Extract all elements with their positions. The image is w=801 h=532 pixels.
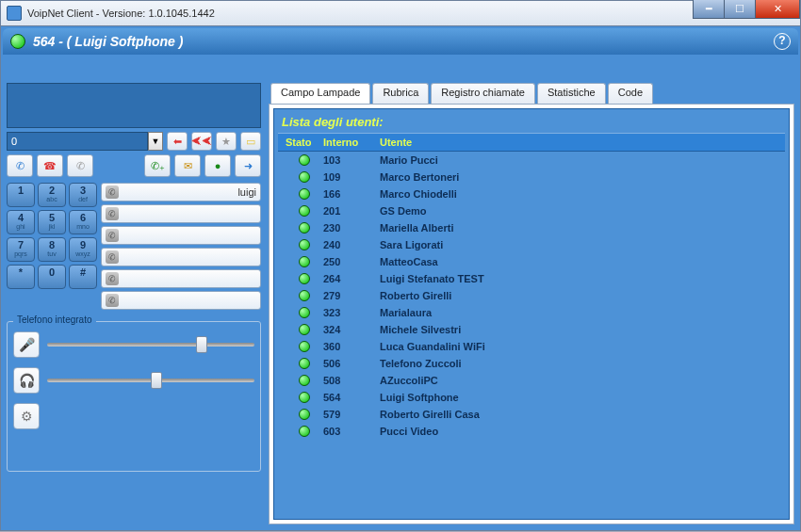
number-input[interactable]: [7, 132, 148, 151]
tab-statistiche[interactable]: Statistiche: [537, 83, 606, 104]
add-call-button[interactable]: ✆₊: [144, 154, 171, 177]
presence-slot-4[interactable]: ✆: [101, 269, 261, 288]
presence-slot-0[interactable]: ✆luigi: [101, 183, 261, 202]
row-utente: Luigi Stefanato TEST: [380, 273, 785, 284]
row-interno: 564: [323, 392, 380, 403]
row-interno: 201: [323, 205, 380, 217]
help-button[interactable]: ?: [774, 33, 791, 50]
row-status: [278, 324, 323, 335]
row-interno: 279: [323, 290, 380, 301]
dialkey-7[interactable]: 7pqrs: [7, 237, 35, 262]
row-interno: 603: [323, 426, 380, 437]
list-row[interactable]: 564Luigi Softphone: [278, 389, 785, 406]
presence-slot-1[interactable]: ✆: [101, 204, 261, 223]
list-row[interactable]: 240Sara Ligorati: [278, 236, 785, 253]
list-row[interactable]: 201GS Demo: [278, 202, 785, 219]
status-dot-icon: [299, 341, 310, 352]
call-button[interactable]: ✆: [7, 154, 33, 177]
row-interno: 323: [323, 307, 380, 318]
number-input-row: ▼ ⬅ ⮜⮜ ★ ▭: [7, 132, 261, 151]
transfer-button[interactable]: ➜: [235, 154, 261, 177]
presence-slot-5[interactable]: ✆: [101, 291, 261, 310]
list-row[interactable]: 508AZuccoliPC: [278, 372, 785, 389]
presence-phone-icon: ✆: [106, 272, 119, 285]
dialkey-9[interactable]: 9wxyz: [69, 237, 97, 262]
settings-button[interactable]: ⚙: [13, 403, 40, 429]
row-status: [278, 290, 323, 301]
dialkey-2[interactable]: 2abc: [38, 183, 66, 207]
list-row[interactable]: 166Marco Chiodelli: [278, 185, 785, 202]
list-row[interactable]: 323Marialaura: [278, 304, 785, 321]
row-interno: 508: [323, 375, 380, 386]
app-body: 564 - ( Luigi Softphone ) ? ▼ ⬅ ⮜⮜ ★ ▭ ✆…: [0, 26, 801, 531]
tab-content: Lista degli utenti: Stato Interno Utente…: [269, 104, 794, 524]
row-utente: Mariella Alberti: [380, 222, 785, 234]
list-row[interactable]: 506Telefono Zuccoli: [278, 355, 785, 372]
list-row[interactable]: 264Luigi Stefanato TEST: [278, 270, 785, 287]
status-dot-icon: [299, 239, 310, 250]
list-row[interactable]: 603Pucci Video: [278, 423, 785, 440]
list-title: Lista degli utenti:: [282, 115, 785, 129]
number-dropdown-icon[interactable]: ▼: [148, 132, 163, 151]
presence-slot-3[interactable]: ✆: [101, 248, 261, 266]
dialkey-#[interactable]: #: [69, 265, 97, 289]
minimize-button[interactable]: ━: [693, 0, 725, 19]
list-row[interactable]: 324Michele Silvestri: [278, 321, 785, 338]
tab-rubrica[interactable]: Rubrica: [372, 83, 429, 104]
mic-slider-thumb[interactable]: [196, 336, 207, 353]
dialkey-1[interactable]: 1: [7, 183, 35, 207]
status-dot-icon: [299, 171, 310, 183]
list-row[interactable]: 579Roberto Girelli Casa: [278, 406, 785, 423]
presence-phone-icon: ✆: [106, 207, 119, 220]
window-titlebar: VoipNet Client - Versione: 1.0.1045.1442…: [0, 0, 801, 26]
presence-button[interactable]: ●: [204, 154, 231, 177]
speaker-slider-thumb[interactable]: [151, 372, 162, 389]
list-row[interactable]: 279Roberto Girelli: [278, 287, 785, 304]
row-utente: Marco Chiodelli: [380, 188, 785, 200]
list-row[interactable]: 109Marco Bertoneri: [278, 169, 785, 185]
back-button[interactable]: ⬅: [167, 132, 188, 151]
speaker-slider[interactable]: [47, 379, 254, 382]
number-combo[interactable]: ▼: [7, 132, 163, 151]
dialkey-*[interactable]: *: [7, 265, 35, 289]
favorite-button[interactable]: ★: [216, 132, 237, 151]
mic-button[interactable]: 🎤: [13, 331, 40, 358]
user-title: 564 - ( Luigi Softphone ): [33, 34, 774, 49]
list-row[interactable]: 103Mario Pucci: [278, 152, 785, 169]
mic-slider[interactable]: [47, 343, 254, 347]
call-display: [7, 83, 261, 128]
tab-bar: Campo LampadeRubricaRegistro chiamateSta…: [270, 83, 794, 104]
maximize-button[interactable]: ☐: [724, 0, 756, 19]
dialpad: 12abc3def4ghi5jkl6mno7pqrs8tuv9wxyz*0#: [7, 183, 97, 310]
rewind-button[interactable]: ⮜⮜: [191, 132, 212, 151]
status-dot-icon: [299, 273, 310, 284]
close-button[interactable]: ✕: [755, 0, 800, 19]
row-utente: Roberto Girelli Casa: [380, 409, 785, 420]
mail-button[interactable]: ✉: [174, 154, 201, 177]
list-row[interactable]: 360Luca Guandalini WiFi: [278, 338, 785, 355]
dialkey-6[interactable]: 6mno: [69, 210, 97, 234]
row-interno: 506: [323, 358, 380, 369]
dialkey-5[interactable]: 5jkl: [38, 210, 66, 234]
dialkey-3[interactable]: 3def: [69, 183, 97, 207]
list-row[interactable]: 230Mariella Alberti: [278, 219, 785, 236]
list-row[interactable]: 250MatteoCasa: [278, 253, 785, 270]
window-buttons: ━ ☐ ✕: [694, 0, 800, 19]
hold-button[interactable]: ✆: [67, 154, 93, 177]
hangup-button[interactable]: ☎: [37, 154, 63, 177]
tab-campo-lampade[interactable]: Campo Lampade: [270, 83, 370, 104]
tab-registro-chiamate[interactable]: Registro chiamate: [431, 83, 535, 104]
status-dot-icon: [299, 307, 310, 318]
row-interno: 264: [323, 273, 380, 284]
presence-slot-2[interactable]: ✆: [101, 226, 261, 245]
speaker-button[interactable]: 🎧: [13, 367, 40, 394]
dialkey-0[interactable]: 0: [38, 265, 66, 289]
dialkey-8[interactable]: 8tuv: [38, 237, 66, 262]
note-button[interactable]: ▭: [240, 132, 261, 151]
row-utente: Marco Bertoneri: [380, 171, 785, 183]
status-dot-icon: [299, 256, 310, 267]
status-dot-icon: [299, 392, 310, 403]
dialkey-4[interactable]: 4ghi: [7, 210, 35, 234]
tab-code[interactable]: Code: [608, 83, 653, 104]
mic-row: 🎤: [13, 331, 254, 358]
